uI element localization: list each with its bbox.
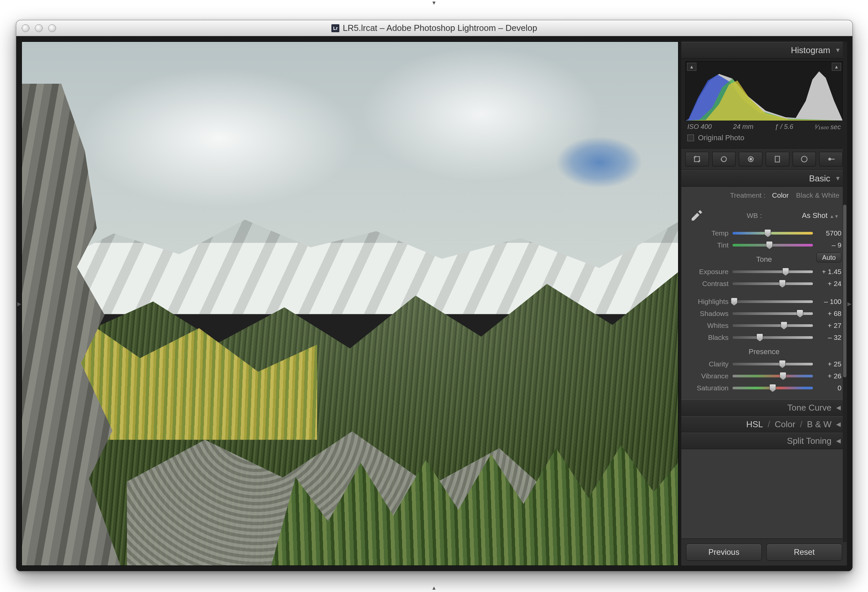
previous-button[interactable]: Previous: [686, 543, 762, 561]
tint-slider[interactable]: [732, 243, 813, 247]
hsl-header[interactable]: HSL / Color / B & W ◀: [681, 416, 847, 432]
histogram-header[interactable]: Histogram ▼: [681, 42, 847, 58]
whites-value[interactable]: + 27: [817, 321, 841, 330]
highlights-value[interactable]: – 100: [817, 297, 841, 306]
photo-content: [22, 42, 678, 565]
blacks-slider[interactable]: [732, 336, 813, 339]
close-button[interactable]: [22, 24, 30, 32]
titlebar: Lr LR5.lrcat – Adobe Photoshop Lightroom…: [16, 20, 852, 36]
vibrance-slider[interactable]: [732, 374, 813, 378]
right-panel-toggle[interactable]: ▶: [847, 36, 852, 571]
panel-scrollbar-thumb[interactable]: [843, 205, 846, 377]
collapse-icon: ◀: [836, 437, 841, 444]
exposure-label: Exposure: [687, 268, 729, 276]
saturation-value[interactable]: 0: [817, 384, 841, 392]
temp-slider[interactable]: [732, 231, 813, 235]
highlight-clip-indicator[interactable]: ▲: [832, 63, 841, 71]
spot-removal-tool[interactable]: [712, 152, 736, 166]
highlights-label: Highlights: [687, 297, 729, 306]
treatment-bw[interactable]: Black & White: [795, 190, 840, 201]
saturation-row: Saturation 0: [687, 382, 841, 394]
split-toning-title: Split Toning: [787, 436, 831, 446]
graduated-filter-tool[interactable]: [766, 152, 789, 166]
hsl-color-title: Color: [775, 419, 795, 429]
adjustment-brush-tool[interactable]: [819, 152, 843, 166]
crop-tool[interactable]: [685, 152, 709, 166]
exif-iso: ISO 400: [687, 123, 712, 131]
vibrance-value[interactable]: + 26: [817, 372, 841, 380]
exposure-slider[interactable]: [732, 270, 813, 274]
collapse-icon: ▼: [835, 47, 841, 54]
svg-rect-4: [775, 156, 780, 162]
svg-point-3: [750, 158, 752, 160]
zoom-button[interactable]: [48, 24, 56, 32]
split-toning-header[interactable]: Split Toning ◀: [681, 432, 847, 449]
contrast-row: Contrast + 24: [687, 278, 841, 290]
shadows-value[interactable]: + 68: [817, 309, 841, 318]
tint-value[interactable]: – 9: [817, 241, 841, 249]
window-title: Lr LR5.lrcat – Adobe Photoshop Lightroom…: [16, 23, 852, 33]
auto-tone-button[interactable]: Auto: [816, 253, 841, 262]
histogram-graph[interactable]: ▲ ▲: [685, 61, 843, 121]
redeye-tool[interactable]: [739, 152, 762, 166]
original-photo-checkbox[interactable]: [687, 135, 694, 141]
svg-point-6: [828, 158, 831, 161]
histogram-title: Histogram: [791, 45, 830, 55]
saturation-slider[interactable]: [732, 386, 813, 390]
image-preview[interactable]: [22, 41, 678, 566]
wb-preset-menu[interactable]: As Shot ▲▼: [802, 211, 841, 220]
tone-curve-header[interactable]: Tone Curve ◀: [681, 399, 847, 416]
tint-label: Tint: [687, 241, 729, 249]
highlights-slider[interactable]: [732, 300, 813, 303]
collapse-icon: ◀: [836, 404, 841, 411]
contrast-slider[interactable]: [732, 282, 813, 286]
exposure-value[interactable]: + 1.45: [817, 268, 841, 276]
temp-label: Temp: [687, 229, 729, 237]
exif-focal: 24 mm: [733, 123, 753, 131]
treatment-label: Treatment :: [730, 191, 766, 199]
panel-scrollbar-track[interactable]: [843, 42, 847, 542]
clarity-slider[interactable]: [732, 362, 813, 366]
collapse-icon: ▼: [835, 175, 841, 182]
tone-section-label: Tone Auto: [687, 251, 841, 266]
saturation-label: Saturation: [687, 384, 729, 392]
whites-label: Whites: [687, 321, 729, 330]
svg-point-1: [721, 157, 726, 161]
clarity-value[interactable]: + 25: [817, 360, 841, 368]
wb-dropper-tool[interactable]: [687, 204, 707, 227]
treatment-color[interactable]: Color: [771, 190, 789, 201]
temp-row: Temp 5700: [687, 227, 841, 239]
window-title-text: LR5.lrcat – Adobe Photoshop Lightroom – …: [343, 23, 537, 33]
shadows-label: Shadows: [687, 309, 729, 318]
reset-button[interactable]: Reset: [766, 543, 842, 561]
tint-row: Tint – 9: [687, 239, 841, 251]
whites-slider[interactable]: [732, 324, 813, 327]
original-photo-row[interactable]: Original Photo: [685, 132, 843, 146]
shadows-slider[interactable]: [732, 312, 813, 315]
basic-title: Basic: [809, 173, 831, 184]
blacks-label: Blacks: [687, 333, 729, 342]
hsl-title: HSL: [746, 419, 763, 429]
minimize-button[interactable]: [35, 24, 43, 32]
basic-header[interactable]: Basic ▼: [681, 170, 847, 187]
svg-rect-0: [695, 157, 700, 161]
develop-right-panel: Histogram ▼ ▲ ▲ I: [681, 41, 847, 566]
contrast-value[interactable]: + 24: [817, 280, 841, 288]
whites-row: Whites + 27: [687, 320, 841, 332]
left-panel-toggle[interactable]: ▶: [17, 36, 22, 571]
clarity-label: Clarity: [687, 360, 729, 368]
vibrance-label: Vibrance: [687, 372, 729, 380]
shadow-clip-indicator[interactable]: ▲: [687, 63, 696, 71]
basic-panel: Treatment : Color Black & White WB : As …: [681, 187, 847, 399]
temp-value[interactable]: 5700: [817, 229, 841, 237]
main-area: ▶ Histogram ▼: [16, 36, 852, 571]
exposure-row: Exposure + 1.45: [687, 266, 841, 278]
clarity-row: Clarity + 25: [687, 358, 841, 370]
traffic-lights: [22, 24, 56, 32]
histogram-section: ▲ ▲ ISO 400 24 mm ƒ / 5.6 ¹⁄₁₆₀₀ sec Ori…: [681, 58, 847, 148]
blacks-row: Blacks – 32: [687, 332, 841, 343]
develop-footer: Previous Reset: [681, 539, 847, 565]
blacks-value[interactable]: – 32: [817, 333, 841, 342]
exif-row: ISO 400 24 mm ƒ / 5.6 ¹⁄₁₆₀₀ sec: [685, 121, 843, 132]
radial-filter-tool[interactable]: [793, 152, 816, 166]
